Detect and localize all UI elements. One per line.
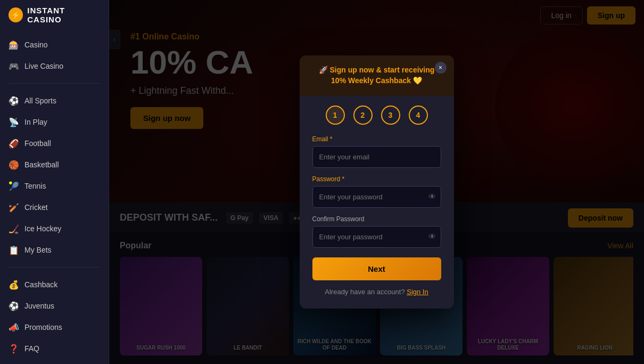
all-sports-icon: ⚽ [9,95,19,106]
step-3: 3 [381,106,400,125]
sidebar-item-football[interactable]: 🏈 Football [0,133,109,154]
football-icon: 🏈 [9,138,19,149]
password-input[interactable] [312,186,441,208]
modal-close-button[interactable]: × [435,62,447,74]
sidebar-section-misc: 💰 Cashback ⚽ Juventus 📣 Promotions ❓ FAQ [0,270,109,363]
sidebar-label-live-casino: Live Casino [24,62,63,70]
sign-in-link[interactable]: Sign In [407,288,428,296]
step-1: 1 [326,106,345,125]
sidebar-label-faq: FAQ [24,344,39,353]
juventus-icon: ⚽ [9,301,19,311]
sidebar-item-in-play[interactable]: 📡 In Play [0,111,109,133]
confirm-password-label: Confirm Password [312,215,441,223]
step-4: 4 [409,106,428,125]
in-play-icon: 📡 [9,117,19,127]
password-label: Password * [312,175,441,183]
sidebar-item-all-sports[interactable]: ⚽ All Sports [0,90,109,111]
modal-header: 🚀 Sign up now & start receiving 10% Week… [300,55,454,95]
sidebar-item-tennis[interactable]: 🎾 Tennis [0,175,109,197]
ice-hockey-icon: 🏒 [9,223,19,234]
divider-2 [9,267,100,268]
sidebar-label-tennis: Tennis [24,182,46,190]
sidebar-section-sports: ⚽ All Sports 📡 In Play 🏈 Football 🏀 Bask… [0,86,109,265]
sidebar-item-my-bets[interactable]: 📋 My Bets [0,239,109,261]
email-input[interactable] [312,146,441,168]
casino-icon: 🎰 [9,39,19,50]
sidebar-label-promotions: Promotions [24,323,62,331]
live-casino-icon: 🎮 [9,61,19,71]
sidebar-item-cricket[interactable]: 🏏 Cricket [0,197,109,218]
next-button[interactable]: Next [312,257,441,280]
modal-header-text: 🚀 Sign up now & start receiving 10% Week… [312,65,441,86]
promotions-icon: 📣 [9,322,19,333]
cashback-icon: 💰 [9,279,19,290]
sidebar-item-live-casino[interactable]: 🎮 Live Casino [0,55,109,77]
divider-1 [9,83,100,84]
confirm-eye-icon[interactable]: 👁 [428,232,436,241]
password-eye-icon[interactable]: 👁 [428,192,436,201]
sidebar-label-ice-hockey: Ice Hockey [24,224,61,233]
step-2: 2 [353,106,373,125]
confirm-password-input-wrap: 👁 [312,226,441,248]
sidebar-label-juventus: Juventus [24,302,54,310]
sidebar-label-cricket: Cricket [24,203,48,212]
logo-text: INSTANT CASINO [27,6,100,24]
modal-overlay: × 🚀 Sign up now & start receiving 10% We… [109,0,644,364]
sidebar-item-promotions[interactable]: 📣 Promotions [0,317,109,338]
logo-icon: ⚡ [9,7,23,22]
sidebar-label-cashback: Cashback [24,280,57,289]
sidebar-label-all-sports: All Sports [24,96,56,105]
basketball-icon: 🏀 [9,159,19,170]
sidebar-item-ice-hockey[interactable]: 🏒 Ice Hockey [0,218,109,239]
password-input-wrap: 👁 [312,186,441,208]
sidebar-item-juventus[interactable]: ⚽ Juventus [0,295,109,317]
sidebar: ⚡ INSTANT CASINO 🎰 Casino 🎮 Live Casino … [0,0,109,364]
sidebar-item-cashback[interactable]: 💰 Cashback [0,274,109,295]
my-bets-icon: 📋 [9,245,19,255]
sidebar-item-casino[interactable]: 🎰 Casino [0,34,109,55]
sidebar-item-basketball[interactable]: 🏀 Basketball [0,154,109,175]
email-label: Email * [312,135,441,143]
password-group: Password * 👁 [312,175,441,208]
modal-footer: Already have an account? Sign In [312,288,441,296]
sidebar-item-faq[interactable]: ❓ FAQ [0,338,109,359]
sidebar-label-my-bets: My Bets [24,246,52,254]
sidebar-label-football: Football [24,139,51,148]
modal-body: 1 2 3 4 Email * Password * [300,96,454,309]
steps-indicator: 1 2 3 4 [312,106,441,125]
email-group: Email * [312,135,441,168]
logo[interactable]: ⚡ INSTANT CASINO [0,0,109,30]
sidebar-section-casino: 🎰 Casino 🎮 Live Casino [0,30,109,81]
cricket-icon: 🏏 [9,202,19,213]
confirm-password-input[interactable] [312,226,441,248]
signup-modal: × 🚀 Sign up now & start receiving 10% We… [300,55,454,308]
sidebar-label-in-play: In Play [24,118,47,126]
confirm-password-group: Confirm Password 👁 [312,215,441,248]
sidebar-label-basketball: Basketball [24,160,59,169]
main-content: Log in Sign up ‹ #1 Online Casino 10% CA… [109,0,644,364]
sidebar-label-casino: Casino [24,41,48,49]
faq-icon: ❓ [9,343,19,354]
tennis-icon: 🎾 [9,181,19,191]
